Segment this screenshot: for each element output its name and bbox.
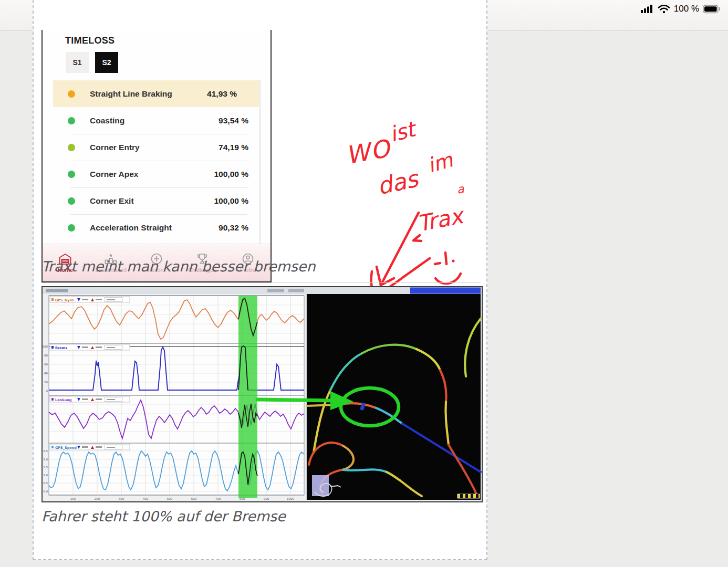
svg-text:0: 0: [46, 390, 48, 393]
metric-row[interactable]: Coasting 93,54 %: [43, 107, 271, 134]
svg-text:700: 700: [215, 497, 221, 500]
status-dot: [68, 197, 75, 205]
status-cluster: 100 %: [641, 4, 721, 14]
svg-text:1.5: 1.5: [43, 466, 48, 469]
svg-text:60: 60: [44, 363, 48, 366]
svg-text:40: 40: [44, 372, 48, 375]
metric-row[interactable]: Corner Apex 100,00 %: [43, 161, 271, 187]
metric-value: 41,93 %: [207, 89, 237, 99]
battery-icon: [703, 5, 721, 14]
channel-header: Brems: [50, 344, 130, 350]
image-caption-traxt: Traxt meint man kann besser bremsen: [41, 258, 316, 275]
svg-text:2.0: 2.0: [43, 458, 48, 461]
tab-s2[interactable]: S2: [95, 52, 118, 73]
metric-row[interactable]: Straight Line Braking 41,93 %: [53, 80, 259, 107]
svg-text:1.0: 1.0: [43, 474, 48, 477]
svg-text:500: 500: [167, 497, 173, 500]
wifi-icon: [658, 4, 670, 14]
svg-text:Brems: Brems: [55, 346, 67, 350]
svg-text:Lenkung: Lenkung: [55, 398, 72, 402]
channel-header: GPS_Speed: [50, 444, 130, 450]
svg-text:300: 300: [119, 497, 124, 500]
svg-text:600: 600: [191, 497, 197, 500]
status-dot: [68, 171, 75, 178]
svg-text:20: 20: [44, 381, 48, 384]
metric-value: 74,19 %: [219, 143, 248, 152]
highlight-band: [238, 296, 257, 498]
metric-label: Corner Apex: [90, 170, 138, 179]
status-dot: [68, 224, 75, 232]
svg-text:2.5: 2.5: [43, 449, 48, 453]
telemetry-screenshot: GPS_Gyro Brems Lenkung: [41, 286, 483, 502]
svg-text:100: 100: [70, 497, 76, 500]
page: ••• kartfahrer-forum.de 100 %: [0, 0, 728, 567]
map-inset-panel: [312, 475, 329, 496]
map-scale-ruler: [457, 494, 480, 498]
metric-value: 100,00 %: [214, 170, 249, 179]
svg-text:1000: 1000: [287, 497, 294, 500]
metric-label: Coasting: [90, 116, 124, 125]
svg-text:100: 100: [43, 345, 48, 348]
cellular-signal-icon: [641, 4, 654, 14]
svg-text:GPS_Speed: GPS_Speed: [55, 446, 77, 450]
status-dot: [68, 90, 75, 98]
metric-list: Straight Line Braking 41,93 % Coasting 9…: [43, 80, 271, 241]
metric-row[interactable]: Corner Exit 100,00 %: [43, 187, 271, 214]
status-dot: [68, 117, 75, 124]
tab-s1[interactable]: S1: [66, 52, 89, 73]
metric-value: 90,32 %: [219, 223, 248, 233]
svg-text:400: 400: [143, 497, 149, 500]
channel-header: GPS_Gyro: [50, 297, 130, 302]
channel-header: Lenkung: [50, 396, 130, 402]
metric-row[interactable]: Corner Entry 74,19 %: [43, 134, 271, 161]
status-dot: [68, 144, 75, 151]
svg-text:80: 80: [44, 354, 48, 357]
handwriting-arrow-and-smiley: [337, 116, 484, 304]
svg-text:0.0: 0.0: [43, 490, 48, 493]
metric-label: Acceleration Straight: [90, 223, 172, 233]
metric-value: 100,00 %: [214, 196, 249, 206]
svg-text:900: 900: [264, 497, 269, 500]
battery-percentage: 100 %: [674, 4, 699, 14]
metric-label: Corner Entry: [90, 143, 140, 152]
metric-label: Corner Exit: [90, 196, 134, 206]
svg-text:GPS_Gyro: GPS_Gyro: [55, 298, 74, 302]
svg-text:200: 200: [95, 497, 100, 500]
forum-quote-block: TIMELOSS S1 S2 Straight Line Braking 41,…: [33, 0, 487, 560]
metric-row[interactable]: Acceleration Straight 90,32 %: [43, 214, 271, 241]
metric-value: 93,54 %: [219, 116, 248, 125]
timeloss-title: TIMELOSS: [65, 35, 115, 46]
scrollbar-track: [259, 80, 261, 244]
divider-line: [41, 282, 481, 283]
timeloss-app-screenshot: TIMELOSS S1 S2 Straight Line Braking 41,…: [41, 30, 272, 282]
image-caption-fahrer: Fahrer steht 100% auf der Bremse: [41, 508, 286, 524]
metric-label: Straight Line Braking: [90, 89, 172, 99]
svg-text:0.5: 0.5: [43, 481, 48, 485]
